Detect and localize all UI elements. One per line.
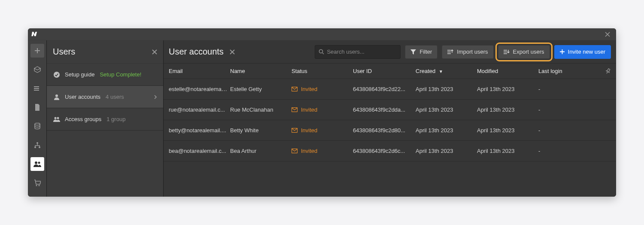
filter-icon <box>410 49 416 55</box>
cell-user-id: 643808643f9c2d6c... <box>353 148 416 154</box>
rail-add-button[interactable] <box>30 44 44 58</box>
cell-modified: April 13th 2023 <box>477 127 538 134</box>
svg-point-8 <box>54 72 60 78</box>
import-icon <box>447 49 453 55</box>
envelope-icon <box>292 87 298 91</box>
filter-label: Filter <box>419 49 432 55</box>
envelope-icon <box>292 149 298 153</box>
sidebar-item-access-groups[interactable]: Access groups 1 group <box>47 108 163 131</box>
th-modified[interactable]: Modified <box>477 68 538 74</box>
table-body: estelle@notarealemail...Estelle GettyInv… <box>164 79 616 161</box>
th-user-id[interactable]: User ID <box>353 68 416 74</box>
cell-name: Betty White <box>230 127 292 134</box>
search-input[interactable] <box>327 49 399 55</box>
cell-created: April 13th 2023 <box>416 148 477 154</box>
cell-user-id: 643808643f9c2d22... <box>353 86 416 92</box>
svg-point-12 <box>319 50 323 53</box>
svg-point-4 <box>35 161 37 164</box>
left-rail <box>28 40 47 197</box>
export-icon <box>504 49 510 55</box>
svg-point-6 <box>36 185 37 186</box>
th-last-login[interactable]: Last login <box>538 68 599 74</box>
table-row[interactable]: rue@notarealemail.c...Rue McClanahanInvi… <box>164 100 616 120</box>
sidebar-item-setup-guide[interactable]: Setup guide Setup Complete! <box>47 64 163 86</box>
svg-point-5 <box>38 162 40 164</box>
cell-last-login: - <box>538 106 599 113</box>
chevron-right-icon <box>154 95 157 99</box>
rail-pages-icon[interactable] <box>30 100 44 114</box>
invite-new-user-button[interactable]: Invite new user <box>554 45 611 59</box>
import-users-button[interactable]: Import users <box>442 45 493 59</box>
cell-last-login: - <box>538 86 599 92</box>
th-status[interactable]: Status <box>292 68 353 74</box>
th-name[interactable]: Name <box>230 68 292 74</box>
main-panel: User accounts Filter <box>164 40 616 197</box>
table-row[interactable]: bea@notarealemail.c...Bea ArthurInvited6… <box>164 141 616 161</box>
close-main-icon[interactable] <box>230 49 235 55</box>
users-panel-title: Users <box>53 47 75 57</box>
cell-name: Bea Arthur <box>230 148 292 154</box>
sidebar-item-label: User accounts <box>65 94 100 100</box>
svg-point-11 <box>57 117 59 119</box>
cell-name: Estelle Getty <box>230 86 292 92</box>
table-row[interactable]: estelle@notarealemail...Estelle GettyInv… <box>164 79 616 100</box>
main-title: User accounts <box>169 47 224 57</box>
cell-status: Invited <box>292 148 353 154</box>
plus-icon <box>560 49 565 54</box>
cell-email: rue@notarealemail.c... <box>169 106 230 113</box>
sidebar-item-user-accounts[interactable]: User accounts 4 users <box>47 86 163 108</box>
cell-last-login: - <box>538 127 599 134</box>
svg-point-3 <box>39 146 40 148</box>
sidebar-item-label: Access groups <box>65 116 101 122</box>
pin-column-icon[interactable] <box>599 68 611 74</box>
svg-point-1 <box>36 142 38 144</box>
svg-point-2 <box>34 146 36 148</box>
status-text: Invited <box>301 86 317 92</box>
sidebar-item-meta: 4 users <box>106 94 124 100</box>
invite-label: Invite new user <box>568 49 605 55</box>
filter-button[interactable]: Filter <box>405 45 437 59</box>
cell-modified: April 13th 2023 <box>477 148 538 154</box>
cell-status: Invited <box>292 86 353 92</box>
cell-user-id: 643808643f9c2d80... <box>353 127 416 134</box>
app-frame: Users Setup guide Setup Complete! <box>28 28 616 197</box>
cell-created: April 13th 2023 <box>416 86 477 92</box>
cell-status: Invited <box>292 106 353 113</box>
export-users-button[interactable]: Export users <box>498 45 550 59</box>
th-email[interactable]: Email <box>169 68 230 74</box>
rail-settings-lines-icon[interactable] <box>30 82 44 95</box>
import-label: Import users <box>457 49 488 55</box>
cell-modified: April 13th 2023 <box>477 86 538 92</box>
th-created[interactable]: Created ▼ <box>416 68 477 74</box>
svg-point-10 <box>55 117 57 119</box>
status-text: Invited <box>301 106 317 113</box>
rail-users-icon[interactable] <box>30 157 44 171</box>
close-users-panel-icon[interactable] <box>152 49 157 55</box>
cell-email: estelle@notarealemail... <box>169 86 230 92</box>
cell-name: Rue McClanahan <box>230 106 292 113</box>
status-text: Invited <box>301 148 317 154</box>
export-label: Export users <box>513 49 544 55</box>
rail-cms-icon[interactable] <box>30 63 44 76</box>
cell-email: betty@notarealemail.... <box>169 127 230 134</box>
rail-database-icon[interactable] <box>30 119 44 133</box>
users-panel-list: Setup guide Setup Complete! User account… <box>47 64 163 131</box>
webflow-logo-icon <box>31 32 39 37</box>
svg-point-0 <box>35 123 40 125</box>
search-wrap <box>315 45 401 59</box>
cell-created: April 13th 2023 <box>416 127 477 134</box>
rail-structure-icon[interactable] <box>30 138 44 152</box>
user-icon <box>53 93 61 101</box>
cell-user-id: 643808643f9c2dda... <box>353 106 416 113</box>
cell-email: bea@notarealemail.c... <box>169 148 230 154</box>
close-window-icon[interactable] <box>601 28 614 40</box>
cell-status: Invited <box>292 127 353 134</box>
status-text: Invited <box>301 127 317 134</box>
envelope-icon <box>292 128 298 133</box>
main-header: User accounts Filter <box>164 40 616 64</box>
users-panel-header: Users <box>47 40 163 64</box>
check-circle-icon <box>53 71 61 79</box>
th-created-label: Created <box>416 68 435 74</box>
table-row[interactable]: betty@notarealemail....Betty WhiteInvite… <box>164 120 616 141</box>
rail-ecommerce-icon[interactable] <box>30 176 44 190</box>
